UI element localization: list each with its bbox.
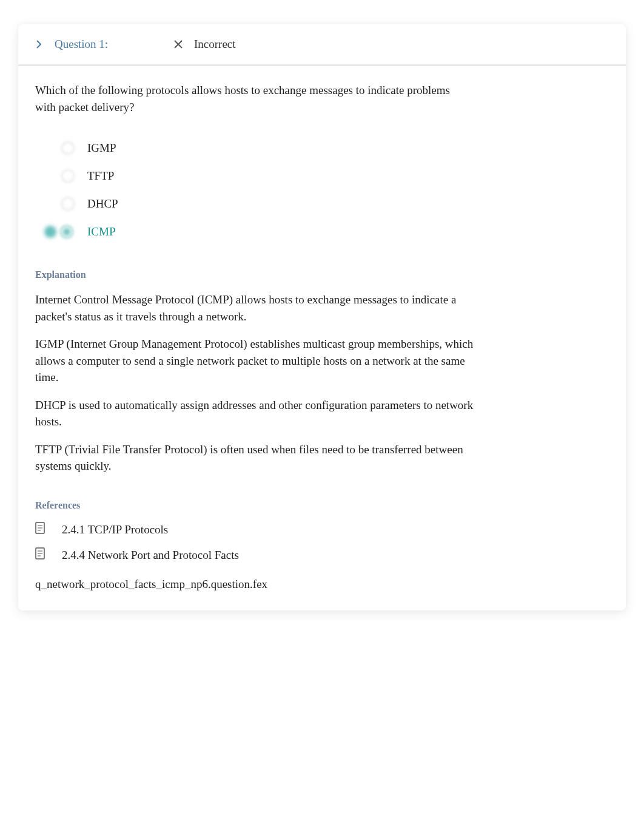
explanation-paragraph: TFTP (Trivial File Transfer Protocol) is… bbox=[35, 441, 484, 475]
question-card: Question 1: Incorrect Which of the follo… bbox=[18, 24, 626, 610]
option-label: DHCP bbox=[87, 197, 118, 211]
radio-selected-icon bbox=[60, 225, 73, 238]
question-number-label: Question 1: bbox=[55, 38, 158, 51]
question-file-path: q_network_protocol_facts_icmp_np6.questi… bbox=[35, 578, 609, 591]
reference-link[interactable]: 2.4.1 TCP/IP Protocols bbox=[35, 522, 609, 538]
answer-option[interactable]: TFTP bbox=[61, 169, 609, 183]
incorrect-icon bbox=[173, 40, 183, 49]
reference-label: 2.4.1 TCP/IP Protocols bbox=[62, 523, 168, 536]
answer-options: IGMP TFTP DHCP ICMP bbox=[61, 141, 609, 239]
card-body: Which of the following protocols allows … bbox=[18, 66, 626, 610]
explanation-heading: Explanation bbox=[35, 269, 609, 280]
card-header: Question 1: Incorrect bbox=[18, 24, 626, 66]
document-icon bbox=[35, 547, 45, 563]
question-text: Which of the following protocols allows … bbox=[35, 82, 472, 115]
answer-option-correct[interactable]: ICMP bbox=[61, 225, 609, 239]
reference-label: 2.4.4 Network Port and Protocol Facts bbox=[62, 549, 239, 562]
explanation-paragraph: Internet Control Message Protocol (ICMP)… bbox=[35, 291, 484, 325]
radio-icon bbox=[61, 197, 75, 211]
explanation-paragraph: IGMP (Internet Group Management Protocol… bbox=[35, 336, 484, 386]
answer-option[interactable]: DHCP bbox=[61, 197, 609, 211]
option-label: TFTP bbox=[87, 169, 114, 183]
radio-icon bbox=[61, 141, 75, 155]
explanation-section: Explanation Internet Control Message Pro… bbox=[35, 269, 609, 475]
references-heading: References bbox=[35, 500, 609, 511]
chevron-right-icon[interactable] bbox=[35, 40, 44, 49]
radio-icon bbox=[61, 169, 75, 183]
references-section: References 2.4.1 TCP/IP Protocols 2.4.4 … bbox=[35, 500, 609, 563]
correct-check-icon bbox=[44, 226, 56, 238]
explanation-paragraph: DHCP is used to automatically assign add… bbox=[35, 397, 484, 430]
status-label: Incorrect bbox=[194, 38, 236, 51]
answer-option[interactable]: IGMP bbox=[61, 141, 609, 155]
reference-link[interactable]: 2.4.4 Network Port and Protocol Facts bbox=[35, 547, 609, 563]
document-icon bbox=[35, 522, 45, 538]
option-label: ICMP bbox=[87, 225, 115, 238]
option-label: IGMP bbox=[87, 141, 116, 155]
